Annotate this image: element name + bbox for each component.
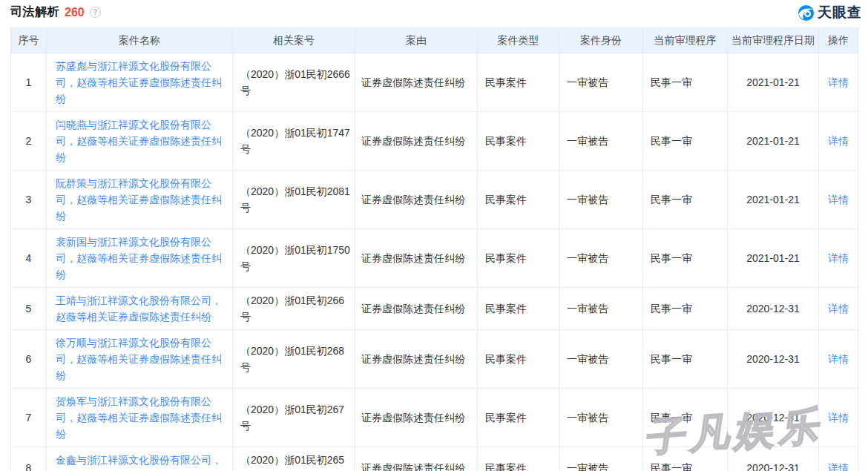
cell-identity: 一审被告	[559, 112, 643, 171]
section-header: 司法解析 260 ?	[10, 4, 101, 20]
cell-case_no: （2020）浙01民初266号	[233, 288, 355, 330]
cell-type: 民事案件	[478, 53, 559, 112]
table-row: 4裴新国与浙江祥源文化股份有限公司，赵薇等相关证券虚假陈述责任纠纷（2020）浙…	[11, 229, 858, 288]
record-count-badge: 260	[65, 6, 85, 19]
cell-case_no: （2020）浙01民初2081号	[233, 171, 355, 229]
detail-link[interactable]: 详情	[828, 412, 849, 424]
cell-index: 1	[11, 53, 47, 112]
cell-identity: 一审被告	[559, 53, 643, 112]
cell-procedure: 民事一审	[643, 389, 728, 447]
detail-link[interactable]: 详情	[828, 353, 849, 365]
case-table: 序号案件名称相关案号案由案件类型案件身份当前审理程序当前审理程序日期操作 1苏盛…	[10, 27, 858, 471]
column-header-case_no: 相关案号	[233, 28, 355, 53]
cell-action: 详情	[819, 447, 858, 471]
cell-type: 民事案件	[478, 330, 559, 389]
cell-index: 5	[11, 288, 47, 330]
cell-procedure: 民事一审	[643, 229, 728, 288]
cell-cause: 证券虚假陈述责任纠纷	[355, 229, 478, 288]
cell-name: 王靖与浙江祥源文化股份有限公司，赵薇等相关证券虚假陈述责任纠纷	[47, 288, 233, 330]
cell-type: 民事案件	[478, 112, 559, 171]
detail-link[interactable]: 详情	[828, 76, 849, 88]
table-row: 6徐万顺与浙江祥源文化股份有限公司，赵薇等相关证券虚假陈述责任纠纷（2020）浙…	[11, 330, 858, 389]
cell-action: 详情	[819, 330, 858, 389]
cell-identity: 一审被告	[559, 389, 643, 447]
cell-name: 闫晓燕与浙江祥源文化股份有限公司，赵薇等相关证券虚假陈述责任纠纷	[47, 112, 233, 171]
cell-name: 裴新国与浙江祥源文化股份有限公司，赵薇等相关证券虚假陈述责任纠纷	[47, 229, 233, 288]
column-header-cause: 案由	[355, 28, 478, 53]
column-header-action: 操作	[819, 28, 858, 53]
brand-name: 天眼查	[818, 3, 862, 22]
table-header-row: 序号案件名称相关案号案由案件类型案件身份当前审理程序当前审理程序日期操作	[11, 28, 858, 53]
tianyancha-eye-icon	[798, 4, 815, 22]
cell-date: 2020-12-31	[728, 330, 819, 389]
cell-date: 2020-12-31	[728, 447, 819, 471]
cell-procedure: 民事一审	[643, 112, 728, 171]
cell-identity: 一审被告	[559, 288, 643, 330]
case-name-link[interactable]: 金鑫与浙江祥源文化股份有限公司，赵薇等相关证券虚假陈述责任纠纷	[56, 454, 222, 471]
cell-date: 2020-12-31	[728, 389, 819, 447]
cell-identity: 一审被告	[559, 330, 643, 389]
cell-index: 3	[11, 171, 47, 229]
brand-logo: 天眼查	[798, 3, 862, 22]
cell-cause: 证券虚假陈述责任纠纷	[355, 171, 478, 229]
cell-date: 2021-01-21	[728, 171, 819, 229]
cell-index: 8	[11, 447, 47, 471]
cell-type: 民事案件	[478, 389, 559, 447]
table-row: 7贺焕军与浙江祥源文化股份有限公司，赵薇等相关证券虚假陈述责任纠纷（2020）浙…	[11, 389, 858, 447]
cell-cause: 证券虚假陈述责任纠纷	[355, 53, 478, 112]
case-name-link[interactable]: 贺焕军与浙江祥源文化股份有限公司，赵薇等相关证券虚假陈述责任纠纷	[56, 395, 222, 440]
table-row: 5王靖与浙江祥源文化股份有限公司，赵薇等相关证券虚假陈述责任纠纷（2020）浙0…	[11, 288, 858, 330]
cell-date: 2020-12-31	[728, 288, 819, 330]
column-header-type: 案件类型	[478, 28, 559, 53]
table-row: 3阮群策与浙江祥源文化股份有限公司，赵薇等相关证券虚假陈述责任纠纷（2020）浙…	[11, 171, 858, 229]
cell-action: 详情	[819, 288, 858, 330]
case-name-link[interactable]: 闫晓燕与浙江祥源文化股份有限公司，赵薇等相关证券虚假陈述责任纠纷	[56, 119, 222, 163]
cell-index: 7	[11, 389, 47, 447]
column-header-identity: 案件身份	[559, 28, 643, 53]
cell-index: 6	[11, 330, 47, 389]
cell-case_no: （2020）浙01民初265号	[233, 447, 355, 471]
column-header-name: 案件名称	[47, 28, 233, 53]
cell-type: 民事案件	[478, 447, 559, 471]
cell-action: 详情	[819, 171, 858, 229]
case-name-link[interactable]: 阮群策与浙江祥源文化股份有限公司，赵薇等相关证券虚假陈述责任纠纷	[56, 177, 222, 222]
cell-cause: 证券虚假陈述责任纠纷	[355, 447, 478, 471]
cell-cause: 证券虚假陈述责任纠纷	[355, 112, 478, 171]
table-row: 8金鑫与浙江祥源文化股份有限公司，赵薇等相关证券虚假陈述责任纠纷（2020）浙0…	[11, 447, 858, 471]
case-name-link[interactable]: 苏盛彪与浙江祥源文化股份有限公司，赵薇等相关证券虚假陈述责任纠纷	[56, 60, 222, 105]
help-icon[interactable]: ?	[90, 7, 101, 18]
detail-link[interactable]: 详情	[828, 303, 849, 314]
cell-case_no: （2020）浙01民初268号	[233, 330, 355, 389]
cell-cause: 证券虚假陈述责任纠纷	[355, 288, 478, 330]
cell-name: 苏盛彪与浙江祥源文化股份有限公司，赵薇等相关证券虚假陈述责任纠纷	[47, 53, 233, 112]
column-header-index: 序号	[11, 28, 47, 53]
cell-index: 4	[11, 229, 47, 288]
table-header: 序号案件名称相关案号案由案件类型案件身份当前审理程序当前审理程序日期操作	[11, 28, 858, 53]
case-name-link[interactable]: 王靖与浙江祥源文化股份有限公司，赵薇等相关证券虚假陈述责任纠纷	[56, 294, 222, 323]
cell-date: 2021-01-21	[728, 229, 819, 288]
cell-index: 2	[11, 112, 47, 171]
case-name-link[interactable]: 徐万顺与浙江祥源文化股份有限公司，赵薇等相关证券虚假陈述责任纠纷	[56, 337, 222, 381]
detail-link[interactable]: 详情	[828, 252, 849, 264]
case-name-link[interactable]: 裴新国与浙江祥源文化股份有限公司，赵薇等相关证券虚假陈述责任纠纷	[56, 236, 222, 280]
cell-name: 贺焕军与浙江祥源文化股份有限公司，赵薇等相关证券虚假陈述责任纠纷	[47, 389, 233, 447]
column-header-procedure: 当前审理程序	[643, 28, 728, 53]
cell-procedure: 民事一审	[643, 53, 728, 112]
cell-type: 民事案件	[478, 288, 559, 330]
cell-name: 徐万顺与浙江祥源文化股份有限公司，赵薇等相关证券虚假陈述责任纠纷	[47, 330, 233, 389]
page-title: 司法解析	[10, 4, 59, 20]
column-header-date: 当前审理程序日期	[728, 28, 819, 53]
detail-link[interactable]: 详情	[828, 135, 849, 147]
detail-link[interactable]: 详情	[828, 462, 849, 471]
cell-procedure: 民事一审	[643, 171, 728, 229]
cell-date: 2021-01-21	[728, 112, 819, 171]
detail-link[interactable]: 详情	[828, 194, 849, 205]
cell-identity: 一审被告	[559, 229, 643, 288]
cell-case_no: （2020）浙01民初267号	[233, 389, 355, 447]
cell-case_no: （2020）浙01民初1747号	[233, 112, 355, 171]
cell-identity: 一审被告	[559, 171, 643, 229]
cell-name: 金鑫与浙江祥源文化股份有限公司，赵薇等相关证券虚假陈述责任纠纷	[47, 447, 233, 471]
table-body: 1苏盛彪与浙江祥源文化股份有限公司，赵薇等相关证券虚假陈述责任纠纷（2020）浙…	[11, 53, 858, 471]
table-row: 1苏盛彪与浙江祥源文化股份有限公司，赵薇等相关证券虚假陈述责任纠纷（2020）浙…	[11, 53, 858, 112]
table-row: 2闫晓燕与浙江祥源文化股份有限公司，赵薇等相关证券虚假陈述责任纠纷（2020）浙…	[11, 112, 858, 171]
